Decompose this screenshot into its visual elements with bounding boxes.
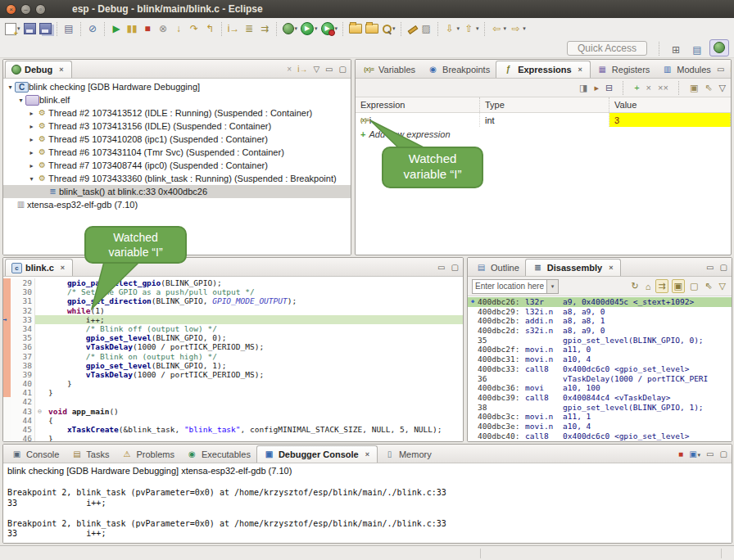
show-type-names-button[interactable]: ◨ [579,83,587,93]
step-into-button[interactable]: ↓ [171,20,187,37]
minimize-button[interactable]: ▭ [706,449,714,459]
pin-view-button[interactable]: ⇖ [705,83,712,93]
maximize-button[interactable]: ▢ [720,449,727,459]
view-menu-button[interactable]: ▽ [719,83,726,93]
close-tab-icon[interactable]: × [59,263,66,273]
twisty-icon[interactable]: ▸ [27,110,36,117]
tab-modules[interactable]: ▥Modules [655,61,717,78]
location-dropdown-icon[interactable]: ▾ [546,280,558,293]
build-button[interactable]: ▤ [61,20,77,37]
cpp-perspective-button[interactable]: ▤ [688,43,706,58]
disassembly-listing[interactable]: ◆400dbc26:l32ra9, 0x400d045c <_stext+109… [468,296,732,441]
column-expression[interactable]: Expression [356,97,480,112]
tab-breakpoints[interactable]: ◉Breakpoints [421,61,496,78]
instruction-stepping-button[interactable]: i→ [226,20,242,37]
maximize-button-icon[interactable]: ▫ [35,4,46,15]
twisty-icon[interactable]: ▾ [16,97,25,104]
tab-disassembly[interactable]: ≣Disassembly× [525,259,622,276]
show-debug-context-button[interactable]: ≣ [242,20,257,37]
quick-access-box[interactable]: Quick Access [567,41,647,56]
tree-item[interactable]: ▸⚙Thread #3 1073413156 (IDLE) (Suspended… [3,120,351,133]
step-over-button[interactable]: ↷ [187,20,202,37]
tree-item[interactable]: ▾blink.elf [3,93,351,106]
breakpoint-marker[interactable]: → [3,315,11,324]
twisty-icon[interactable]: ▸ [27,149,36,156]
refresh-view-button[interactable]: ↻ [629,280,640,292]
debug-instruction-step-button[interactable]: i→ [297,65,307,75]
maximize-button[interactable]: ▢ [720,263,727,273]
dropdown-arrow-icon[interactable]: ▾ [295,25,298,32]
tab-debugger-console[interactable]: ▣Debugger Console× [256,445,378,463]
minimize-button-icon[interactable]: – [20,4,31,15]
mark-occurrences-button[interactable]: ▨ [419,20,434,37]
add-expression-button[interactable]: + [634,83,639,93]
close-tab-icon[interactable]: × [57,65,65,75]
tab-variables[interactable]: (x)=Variables [357,61,421,78]
tree-item[interactable]: ▸⚙Thread #2 1073413512 (IDLE : Running) … [3,106,351,120]
tab-outline[interactable]: ▤Outline [469,260,525,276]
format-button[interactable] [406,20,419,37]
console-body[interactable]: blink checking [GDB Hardware Debugging] … [3,463,732,543]
debug-configurations-button[interactable]: ▾ [281,20,300,37]
minimize-button[interactable]: ▭ [717,65,724,75]
minimize-icon[interactable]: ▭ [437,263,445,273]
show-logical-structure-button[interactable]: ▸ [594,83,599,93]
remove-expression-button[interactable]: × [646,83,651,93]
dropdown-arrow-icon[interactable]: ▾ [457,25,460,32]
new-wizard-button[interactable]: ▾ [3,20,22,37]
tree-item[interactable]: ▾Cblink checking [GDB Hardware Debugging… [3,80,351,93]
minimize-button[interactable]: ▭ [325,65,333,75]
close-tab-icon[interactable]: × [364,449,371,459]
last-edit-location-button[interactable]: ⇧▾ [461,20,481,37]
tab-memory[interactable]: ▯Memory [378,446,437,463]
step-return-button[interactable]: ↰ [202,20,218,37]
tab-blink-c[interactable]: c blink.c × [5,259,73,276]
dropdown-arrow-icon[interactable]: ▾ [476,25,479,32]
dropdown-arrow-icon[interactable]: ▾ [523,25,526,32]
collapse-all-button[interactable]: ⊟ [605,83,613,93]
tree-item[interactable]: ▾⚙Thread #9 1073433360 (blink_task : Run… [3,172,351,185]
use-step-filters-button[interactable]: ⇉ [257,20,273,37]
search-button[interactable]: ▾ [380,20,397,37]
debug-perspective-button[interactable] [709,39,729,56]
terminate-button[interactable]: ■ [140,20,156,37]
resume-button[interactable]: ▶ [109,20,125,37]
close-tab-icon[interactable]: × [607,263,614,273]
sync-selection-button[interactable]: ⇉ [655,279,668,293]
dropdown-arrow-icon[interactable]: ▾ [335,25,338,32]
dropdown-arrow-icon[interactable]: ▾ [504,25,507,32]
code-editor[interactable]: 29 gpio_pad_select_gpio(BLINK_GPIO);30 /… [3,277,463,441]
twisty-icon[interactable]: ▸ [27,123,36,130]
run-button[interactable]: ▶▾ [299,20,319,37]
show-source-button[interactable]: ▣ [672,279,685,293]
column-type[interactable]: Type [480,97,609,112]
external-tools-button[interactable]: ▶▾ [319,20,340,37]
suspend-button[interactable]: ▮▮ [125,20,140,37]
column-value[interactable]: Value [609,97,731,112]
dropdown-arrow-icon[interactable]: ▾ [698,452,701,458]
open-perspective-button[interactable]: ⊞ [667,43,685,58]
tree-item[interactable]: ≣blink_task() at blink.c:33 0x400dbc26 [3,185,351,198]
dropdown-arrow-icon[interactable]: ▾ [315,25,318,32]
display-selected-console-button[interactable]: ▣▾ [689,449,700,460]
terminate-console-button[interactable]: ■ [678,449,683,459]
tab-expressions[interactable]: ƒExpressions× [496,61,591,78]
maximize-icon[interactable]: ▢ [451,263,459,273]
fold-icon[interactable]: ⊖ [35,407,44,416]
skip-all-breakpoints-button[interactable]: ⊘ [85,20,101,37]
tree-item[interactable]: ▸⚙Thread #6 1073431104 (Tmr Svc) (Suspen… [3,146,351,159]
view-menu-button[interactable]: ▽ [718,280,727,292]
tree-item[interactable]: ▥xtensa-esp32-elf-gdb (7.10) [3,198,351,211]
tab-executables[interactable]: ◉Executables [180,446,256,463]
open-resource-button[interactable] [364,20,380,37]
close-tab-icon[interactable]: × [577,65,584,75]
tab-debug[interactable]: Debug × [5,61,72,78]
close-button-icon[interactable]: × [6,4,16,15]
view-menu-button[interactable]: ▽ [313,65,319,75]
disconnect-button[interactable]: ⊗ [156,20,171,37]
minimize-button[interactable]: ▭ [706,263,714,273]
pin-editor-button[interactable]: ⇩▾ [442,20,462,37]
new-view-button[interactable]: ▣ [690,83,698,93]
new-view-button[interactable]: ▢ [688,280,700,292]
twisty-icon[interactable]: ▸ [27,136,36,143]
